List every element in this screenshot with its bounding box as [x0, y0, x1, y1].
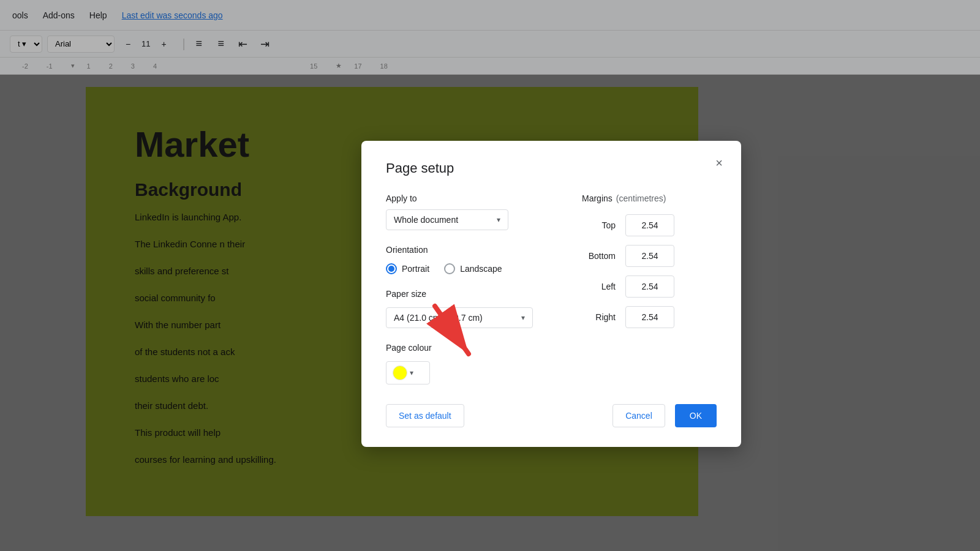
landscape-radio[interactable] — [444, 263, 455, 274]
paper-size-chevron-icon: ▾ — [521, 313, 525, 322]
apply-to-select[interactable]: Whole document ▾ — [386, 209, 508, 230]
landscape-label: Landscape — [460, 264, 502, 274]
dialog-footer-container: Set as default Cancel OK — [386, 404, 717, 427]
page-colour-label: Page colour — [386, 343, 545, 353]
set-default-button[interactable]: Set as default — [386, 404, 464, 427]
apply-to-chevron-icon: ▾ — [497, 216, 500, 224]
top-margin-label: Top — [582, 220, 616, 230]
dialog-footer: Set as default Cancel OK — [386, 404, 717, 427]
bottom-margin-row: Bottom — [582, 245, 717, 267]
margins-title: Margins — [582, 193, 612, 203]
dialog-title: Page setup — [386, 160, 717, 176]
top-margin-input[interactable] — [625, 214, 674, 236]
right-margin-row: Right — [582, 306, 717, 328]
ok-button[interactable]: OK — [675, 404, 717, 427]
apply-to-value: Whole document — [394, 215, 458, 225]
apply-to-label: Apply to — [386, 193, 545, 203]
right-margin-input[interactable] — [625, 306, 674, 328]
portrait-radio[interactable] — [386, 263, 397, 274]
dialog-close-button[interactable]: × — [709, 153, 729, 173]
bottom-margin-label: Bottom — [582, 251, 616, 261]
page-setup-dialog: Page setup × Apply to Whole document ▾ O… — [361, 141, 741, 447]
orientation-options: Portrait Landscape — [386, 263, 545, 274]
dialog-right-column: Margins (centimetres) Top Bottom Left — [582, 193, 717, 384]
orientation-label: Orientation — [386, 245, 545, 255]
paper-size-value: A4 (21.0 cm x 29.7 cm) — [394, 313, 483, 323]
right-margin-label: Right — [582, 312, 616, 322]
dialog-body: Apply to Whole document ▾ Orientation Po… — [386, 193, 717, 384]
color-chevron-icon: ▾ — [410, 369, 413, 377]
left-margin-input[interactable] — [625, 276, 674, 298]
left-margin-label: Left — [582, 282, 616, 291]
top-margin-row: Top — [582, 214, 717, 236]
paper-size-select[interactable]: A4 (21.0 cm x 29.7 cm) ▾ — [386, 307, 533, 328]
dialog-left-column: Apply to Whole document ▾ Orientation Po… — [386, 193, 545, 384]
cancel-button[interactable]: Cancel — [612, 404, 665, 427]
left-margin-row: Left — [582, 276, 717, 298]
landscape-option[interactable]: Landscape — [444, 263, 502, 274]
margins-header: Margins (centimetres) — [582, 193, 717, 203]
bottom-margin-input[interactable] — [625, 245, 674, 267]
modal-overlay: Page setup × Apply to Whole document ▾ O… — [0, 0, 980, 551]
page-colour-button[interactable]: ▾ — [386, 361, 430, 384]
portrait-label: Portrait — [402, 264, 429, 274]
color-swatch — [393, 365, 407, 380]
paper-size-label: Paper size — [386, 289, 545, 299]
margins-unit: (centimetres) — [616, 193, 666, 203]
portrait-option[interactable]: Portrait — [386, 263, 429, 274]
